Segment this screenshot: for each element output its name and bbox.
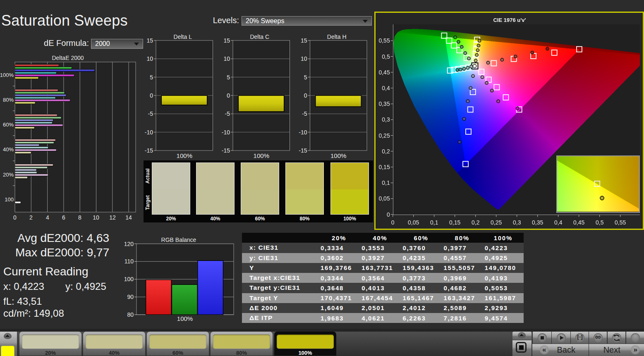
- svg-text:80: 80: [127, 311, 134, 318]
- svg-text:0: 0: [13, 214, 17, 221]
- svg-text:Delta H: Delta H: [327, 33, 347, 40]
- svg-text:0,05: 0,05: [408, 219, 419, 226]
- svg-text:40%: 40%: [3, 146, 14, 153]
- svg-text:8: 8: [78, 214, 81, 221]
- svg-text:0,45: 0,45: [573, 219, 584, 226]
- svg-text:Delta L: Delta L: [174, 33, 192, 40]
- svg-text:15: 15: [146, 37, 153, 44]
- svg-text:DeltaE 2000: DeltaE 2000: [52, 55, 84, 61]
- svg-text:0,2: 0,2: [472, 219, 480, 226]
- svg-text:0: 0: [387, 211, 390, 218]
- svg-text:100%: 100%: [0, 72, 14, 78]
- svg-text:0,4: 0,4: [554, 219, 563, 226]
- svg-text:-10: -10: [222, 129, 230, 136]
- svg-text:60%: 60%: [3, 122, 14, 128]
- svg-text:120: 120: [124, 241, 134, 247]
- svg-text:-10: -10: [299, 129, 307, 136]
- svg-text:10: 10: [146, 55, 153, 62]
- svg-text:0,35: 0,35: [532, 219, 543, 226]
- svg-text:RGB Balance: RGB Balance: [161, 237, 196, 243]
- svg-text:0,05: 0,05: [378, 195, 390, 202]
- svg-text:2: 2: [29, 214, 33, 221]
- svg-text:0,25: 0,25: [378, 132, 390, 139]
- svg-text:5: 5: [304, 74, 307, 81]
- svg-text:-15: -15: [145, 147, 153, 154]
- svg-text:CIE 1976 u'v': CIE 1976 u'v': [493, 17, 526, 23]
- svg-text:100%: 100%: [177, 315, 193, 322]
- svg-text:100: 100: [5, 196, 14, 203]
- svg-text:10: 10: [93, 214, 99, 221]
- svg-text:20%: 20%: [3, 172, 14, 178]
- svg-text:-15: -15: [222, 147, 230, 154]
- svg-text:12: 12: [109, 214, 116, 221]
- svg-text:90: 90: [127, 294, 134, 300]
- svg-text:0,35: 0,35: [378, 100, 390, 107]
- svg-text:0: 0: [304, 92, 307, 99]
- svg-text:100: 100: [124, 276, 134, 282]
- svg-text:0,55: 0,55: [615, 219, 626, 226]
- svg-text:0,15: 0,15: [378, 164, 390, 170]
- svg-text:100%: 100%: [177, 152, 192, 159]
- svg-text:0,5: 0,5: [382, 53, 390, 60]
- svg-text:14: 14: [125, 214, 132, 221]
- svg-text:10: 10: [223, 55, 230, 62]
- svg-text:15: 15: [301, 37, 307, 44]
- svg-text:100%: 100%: [254, 152, 269, 159]
- svg-text:100%: 100%: [330, 152, 346, 159]
- svg-text:0,4: 0,4: [382, 85, 390, 91]
- svg-text:0,2: 0,2: [382, 148, 390, 155]
- svg-text:-5: -5: [225, 110, 230, 117]
- svg-text:0,3: 0,3: [382, 116, 390, 123]
- svg-text:-15: -15: [299, 147, 307, 154]
- svg-text:0: 0: [150, 92, 153, 99]
- svg-text:-5: -5: [302, 110, 307, 117]
- svg-text:110: 110: [124, 258, 134, 265]
- svg-text:-5: -5: [148, 110, 153, 117]
- svg-text:4: 4: [46, 214, 49, 221]
- svg-text:0,25: 0,25: [491, 219, 502, 226]
- svg-text:5: 5: [150, 74, 153, 81]
- svg-text:0,45: 0,45: [378, 69, 390, 76]
- svg-text:0,55: 0,55: [378, 37, 390, 44]
- svg-text:15: 15: [223, 37, 230, 44]
- svg-text:-10: -10: [145, 129, 153, 136]
- svg-text:5: 5: [227, 74, 230, 81]
- svg-text:0: 0: [391, 219, 395, 226]
- svg-text:0,1: 0,1: [430, 219, 438, 226]
- svg-text:0: 0: [227, 92, 230, 99]
- svg-text:10: 10: [301, 55, 307, 62]
- svg-text:80%: 80%: [3, 97, 14, 103]
- svg-text:0,5: 0,5: [596, 219, 604, 226]
- svg-text:6: 6: [62, 214, 65, 221]
- svg-text:0,3: 0,3: [513, 219, 521, 226]
- svg-text:0,1: 0,1: [382, 179, 390, 186]
- svg-text:Delta C: Delta C: [250, 33, 269, 40]
- svg-text:0,15: 0,15: [449, 219, 460, 226]
